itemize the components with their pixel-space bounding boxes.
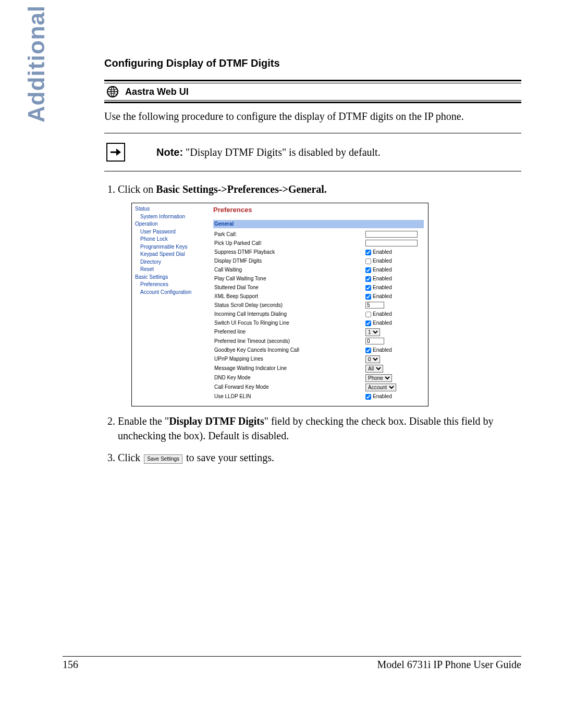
prefs-title: Preferences <box>213 205 424 215</box>
step-3: Click Save Settings to save your setting… <box>118 450 521 465</box>
checkbox[interactable] <box>365 312 371 317</box>
pref-label: Preferred line Timeout (seconds) <box>213 337 364 346</box>
table-row: Incoming Call Interrupts DialingEnabled <box>213 310 424 318</box>
pref-label: Play Call Waiting Tone <box>213 274 364 283</box>
text-input[interactable] <box>365 302 384 309</box>
pref-label: Park Call: <box>213 230 364 239</box>
checkbox[interactable] <box>365 267 371 273</box>
table-row: Stuttered Dial ToneEnabled <box>213 283 424 292</box>
text-input[interactable] <box>365 240 418 246</box>
pref-label: Message Waiting Indicator Line <box>213 364 364 373</box>
checkbox-label: Enabled <box>373 393 392 399</box>
table-row: Display DTMF DigitsEnabled <box>213 256 424 265</box>
checkbox[interactable] <box>365 285 371 291</box>
general-header: General <box>213 220 424 228</box>
table-row: Status Scroll Delay (seconds) <box>213 301 424 310</box>
pref-control: Phone <box>364 373 424 382</box>
table-row: Use LLDP ELINEnabled <box>213 392 424 401</box>
nav-operation[interactable]: Operation <box>135 220 209 228</box>
dropdown[interactable]: Phone <box>365 374 392 382</box>
dropdown[interactable]: All <box>365 365 383 373</box>
dropdown[interactable]: 0 <box>365 355 380 363</box>
nav-reset[interactable]: Reset <box>135 266 209 274</box>
pref-label: DND Key Mode <box>213 373 364 382</box>
pref-control: Enabled <box>364 346 424 354</box>
step-1: Click on Basic Settings->Preferences->Ge… <box>118 182 521 406</box>
pref-label: Incoming Call Interrupts Dialing <box>213 310 364 318</box>
intro-text: Use the following procedure to configure… <box>104 109 521 124</box>
aastra-web-ui-bar: Aastra Web UI <box>104 80 521 103</box>
pref-control <box>364 301 424 310</box>
nav-preferences[interactable]: Preferences <box>135 281 209 289</box>
globe-icon <box>106 85 119 98</box>
text-input[interactable] <box>365 231 418 238</box>
nav-system-information[interactable]: System Information <box>135 213 209 221</box>
pref-label: Switch UI Focus To Ringing Line <box>213 318 364 327</box>
pref-control: Account <box>364 382 424 392</box>
nav-keypad-speed-dial[interactable]: Keypad Speed Dial <box>135 251 209 258</box>
checkbox[interactable] <box>365 250 371 255</box>
pref-control: Enabled <box>364 256 424 265</box>
table-row: Park Call: <box>213 230 424 239</box>
pref-label: Preferred line <box>213 327 364 337</box>
page-number: 156 <box>63 659 78 671</box>
checkbox-label: Enabled <box>373 258 392 264</box>
checkbox[interactable] <box>365 348 371 353</box>
guide-title: Model 6731i IP Phone User Guide <box>377 659 521 671</box>
pref-control: 0 <box>364 354 424 364</box>
checkbox-label: Enabled <box>373 267 392 273</box>
pref-label: Suppress DTMF Playback <box>213 248 364 256</box>
save-settings-button[interactable]: Save Settings <box>144 454 182 464</box>
pref-control <box>364 239 424 248</box>
text-input[interactable] <box>365 338 384 344</box>
table-row: XML Beep SupportEnabled <box>213 292 424 301</box>
prefs-table: Park Call:Pick Up Parked Call:Suppress D… <box>213 230 424 401</box>
pref-label: UPnP Mapping Lines <box>213 354 364 364</box>
table-row: Preferred line Timeout (seconds) <box>213 337 424 346</box>
checkbox[interactable] <box>365 320 371 326</box>
section-heading: Configuring Display of DTMF Digits <box>104 57 521 69</box>
nav-status[interactable]: Status <box>135 205 209 213</box>
aastra-label: Aastra Web UI <box>125 87 189 97</box>
checkbox[interactable] <box>365 276 371 282</box>
dropdown[interactable]: 1 <box>365 328 380 336</box>
table-row: Switch UI Focus To Ringing LineEnabled <box>213 318 424 327</box>
dropdown[interactable]: Account <box>365 384 396 391</box>
pref-label: Use LLDP ELIN <box>213 392 364 401</box>
pref-control: All <box>364 364 424 373</box>
table-row: Play Call Waiting ToneEnabled <box>213 274 424 283</box>
checkbox-label: Enabled <box>373 347 392 353</box>
steps-list: Click on Basic Settings->Preferences->Ge… <box>104 182 521 465</box>
pref-control: Enabled <box>364 274 424 283</box>
webui-screenshot: Status System Information Operation User… <box>131 203 429 406</box>
nav-account-configuration[interactable]: Account Configuration <box>135 289 209 297</box>
pref-control: Enabled <box>364 248 424 256</box>
nav-basic-settings[interactable]: Basic Settings <box>135 274 209 281</box>
page-body: Configuring Display of DTMF Digits Aastr… <box>104 57 521 472</box>
step-2: Enable the "Display DTMF Digits" field b… <box>118 414 521 443</box>
pref-control: 1 <box>364 327 424 337</box>
checkbox[interactable] <box>365 258 371 264</box>
checkbox[interactable] <box>365 294 371 300</box>
nav-user-password[interactable]: User Password <box>135 228 209 236</box>
table-row: Call WaitingEnabled <box>213 265 424 274</box>
pref-control: Enabled <box>364 318 424 327</box>
arrow-icon <box>106 143 125 162</box>
nav-phone-lock[interactable]: Phone Lock <box>135 236 209 243</box>
webui-nav: Status System Information Operation User… <box>132 203 210 403</box>
table-row: Pick Up Parked Call: <box>213 239 424 248</box>
table-row: UPnP Mapping Lines0 <box>213 354 424 364</box>
nav-directory[interactable]: Directory <box>135 258 209 266</box>
table-row: Goodbye Key Cancels Incoming CallEnabled <box>213 346 424 354</box>
pref-control: Enabled <box>364 265 424 274</box>
page-footer: 156 Model 6731i IP Phone User Guide <box>63 656 521 671</box>
table-row: Call Forward Key ModeAccount <box>213 382 424 392</box>
nav-programmable-keys[interactable]: Programmable Keys <box>135 243 209 251</box>
note-text: Note: "Display DTMF Digits" is disabled … <box>156 146 381 158</box>
checkbox-label: Enabled <box>373 320 392 326</box>
pref-label: Stuttered Dial Tone <box>213 283 364 292</box>
checkbox[interactable] <box>365 394 371 400</box>
table-row: Preferred line1 <box>213 327 424 337</box>
pref-label: Call Waiting <box>213 265 364 274</box>
pref-label: Status Scroll Delay (seconds) <box>213 301 364 310</box>
